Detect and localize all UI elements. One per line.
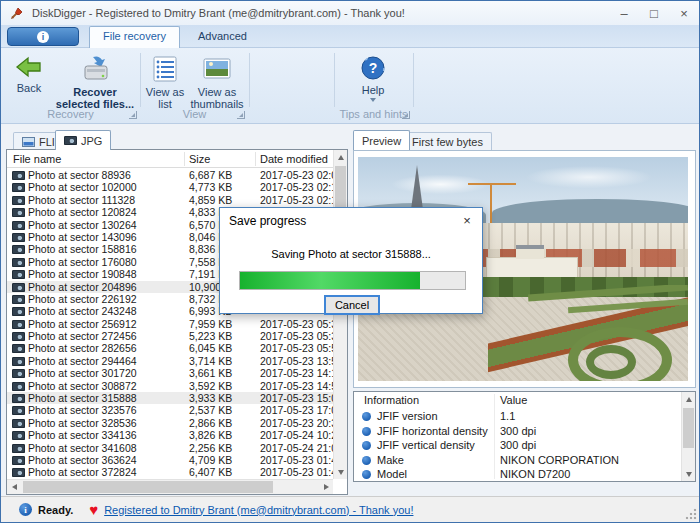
column-value[interactable]: Value — [500, 394, 527, 406]
back-button[interactable]: Back — [7, 53, 51, 94]
column-date-modified[interactable]: Date modified — [260, 153, 328, 165]
info-row[interactable]: JFIF version1.1 — [354, 409, 681, 424]
horizontal-scrollbar[interactable] — [7, 479, 333, 494]
file-name: Photo at sector 102000 — [28, 181, 137, 193]
scroll-down-button[interactable] — [682, 467, 696, 481]
resize-grip[interactable] — [685, 508, 697, 520]
info-label: JFIF vertical density — [377, 438, 475, 453]
view-as-list-button[interactable]: View as list — [142, 53, 188, 110]
group-separator — [334, 53, 335, 107]
photo-file-icon — [12, 307, 25, 316]
tab-first-few-bytes[interactable]: First few bytes — [403, 132, 492, 150]
info-row[interactable]: JFIF horizontal density300 dpi — [354, 424, 681, 439]
file-name: Photo at sector 243248 — [28, 305, 137, 317]
file-name: Photo at sector 315888 — [28, 392, 137, 404]
table-row[interactable]: Photo at sector 1020004,773 KB2017-05-23… — [7, 181, 333, 193]
table-row[interactable]: Photo at sector 3088723,592 KB2017-05-23… — [7, 380, 333, 392]
file-date: 2017-05-23 20:33:32 — [260, 417, 333, 429]
scroll-down-button[interactable] — [334, 465, 348, 479]
photo-file-icon — [12, 183, 25, 192]
file-date: 2017-05-23 14:56:38 — [260, 380, 333, 392]
view-dialog-launcher-icon[interactable] — [237, 111, 245, 119]
help-button[interactable]: ? Help — [345, 53, 401, 102]
scrollbar-thumb[interactable] — [23, 481, 273, 493]
bullet-icon — [362, 412, 371, 421]
photo-file-icon — [12, 208, 25, 217]
table-row[interactable]: Photo at sector 3285362,866 KB2017-05-23… — [7, 417, 333, 429]
photo-file-icon — [12, 332, 25, 341]
file-date: 2017-05-23 05:56:11 — [260, 342, 333, 354]
recover-selected-files-button[interactable]: Recover selected files... — [52, 53, 138, 110]
table-row[interactable]: Photo at sector 3235762,537 KB2017-05-23… — [7, 404, 333, 416]
photo-hedge-ring — [586, 345, 636, 379]
photo-file-icon — [12, 320, 25, 329]
table-row[interactable]: Photo at sector 3158883,933 KB2017-05-23… — [7, 392, 333, 404]
file-size: 6,045 KB — [189, 342, 232, 354]
dialog-close-icon[interactable]: × — [456, 211, 478, 229]
tips-dialog-launcher-icon[interactable] — [402, 111, 410, 119]
tab-preview[interactable]: Preview — [353, 130, 410, 150]
file-name: Photo at sector 294464 — [28, 355, 137, 367]
info-icon: i — [37, 31, 49, 43]
minimize-button[interactable]: – — [609, 1, 639, 25]
table-row[interactable]: Photo at sector 2944643,714 KB2017-05-23… — [7, 355, 333, 367]
column-file-name[interactable]: File name — [13, 153, 61, 165]
table-row[interactable]: Photo at sector 2826566,045 KB2017-05-23… — [7, 342, 333, 354]
recovery-dialog-launcher-icon[interactable] — [129, 111, 137, 119]
group-separator — [140, 53, 141, 107]
file-name: Photo at sector 204896 — [28, 281, 137, 293]
help-dropdown-caret — [370, 98, 376, 102]
tab-jpg[interactable]: JPG — [55, 130, 111, 150]
file-size: 2,866 KB — [189, 417, 232, 429]
photo-file-icon — [12, 221, 25, 230]
scroll-left-button[interactable] — [7, 480, 21, 494]
group-separator — [249, 53, 250, 107]
photo-hedge-row — [528, 285, 688, 302]
registered-link[interactable]: Registered to Dmitry Brant (me@dmitrybra… — [104, 504, 413, 516]
caption-buttons: – □ × — [609, 1, 699, 25]
tab-advanced[interactable]: Advanced — [185, 27, 260, 48]
tab-file-recovery[interactable]: File recovery — [89, 26, 180, 48]
table-row[interactable]: Photo at sector 3728246,407 KB2017-05-23… — [7, 466, 333, 478]
dialog-title-bar[interactable]: Save progress × — [220, 208, 482, 232]
table-row[interactable]: Photo at sector 3416082,256 KB2017-05-24… — [7, 442, 333, 454]
table-row[interactable]: Photo at sector 3341363,826 KB2017-05-24… — [7, 429, 333, 441]
info-row[interactable]: ModelNIKON D7200 — [354, 467, 681, 481]
table-row[interactable]: Photo at sector 889366,687 KB2017-05-23 … — [7, 169, 333, 181]
file-name: Photo at sector 190848 — [28, 268, 137, 280]
view-as-thumbnails-button[interactable]: View as thumbnails — [188, 53, 246, 110]
dialog-title: Save progress — [229, 214, 306, 228]
info-table-header: Information Value — [354, 392, 681, 408]
info-row[interactable]: JFIF vertical density300 dpi — [354, 438, 681, 453]
file-name: Photo at sector 308872 — [28, 380, 137, 392]
close-button[interactable]: × — [669, 1, 699, 25]
ribbon-tab-strip: i File recovery Advanced — [1, 25, 699, 48]
info-vertical-scrollbar[interactable] — [681, 392, 695, 481]
cancel-button[interactable]: Cancel — [324, 295, 380, 315]
column-size[interactable]: Size — [189, 153, 210, 165]
progress-bar-fill — [240, 272, 420, 289]
photo-file-icon — [12, 456, 25, 465]
table-row[interactable]: Photo at sector 2724565,223 KB2017-05-23… — [7, 330, 333, 342]
column-information[interactable]: Information — [364, 394, 419, 406]
file-size: 7,959 KB — [189, 318, 232, 330]
scroll-up-button[interactable] — [682, 392, 696, 406]
table-row[interactable]: Photo at sector 3636244,709 KB2017-05-23… — [7, 454, 333, 466]
maximize-button[interactable]: □ — [639, 1, 669, 25]
photo-file-icon — [12, 382, 25, 391]
file-size: 4,773 KB — [189, 181, 232, 193]
file-date: 2017-05-23 02:02:41 — [260, 169, 333, 181]
window-title: DiskDigger - Registered to Dmitry Brant … — [32, 7, 405, 19]
info-row[interactable]: MakeNIKON CORPORATION — [354, 453, 681, 468]
scroll-up-button[interactable] — [334, 150, 348, 164]
table-row[interactable]: Photo at sector 1113284,859 KB2017-05-23… — [7, 194, 333, 206]
bullet-icon — [362, 470, 371, 479]
photo-file-icon — [12, 394, 25, 403]
scroll-right-button[interactable] — [319, 480, 333, 494]
status-info-icon: i — [19, 503, 32, 516]
scrollbar-thumb[interactable] — [683, 408, 694, 448]
title-bar[interactable]: DiskDigger - Registered to Dmitry Brant … — [1, 1, 699, 25]
app-menu-button[interactable]: i — [7, 27, 79, 46]
table-row[interactable]: Photo at sector 3017203,661 KB2017-05-23… — [7, 367, 333, 379]
table-row[interactable]: Photo at sector 2569127,959 KB2017-05-23… — [7, 318, 333, 330]
